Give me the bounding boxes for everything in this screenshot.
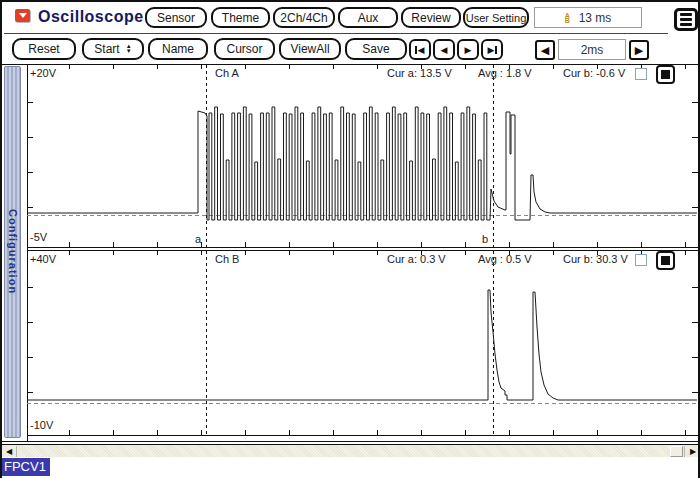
cha-avg-readout: Avg : 1.8 V: [478, 67, 532, 79]
scroll-right-button[interactable]: ▶: [686, 446, 700, 457]
chb-vmin-label: -10V: [30, 419, 53, 431]
chb-vmax-label: +40V: [30, 253, 56, 265]
filled-square-icon: [661, 256, 670, 265]
configuration-tab[interactable]: Configuration: [4, 66, 21, 438]
right-triangle-icon: ▶: [690, 447, 696, 456]
chb-checkbox[interactable]: [635, 254, 647, 266]
cursor-a-label[interactable]: a: [195, 233, 201, 245]
cha-cursor-a-readout: Cur a: 13.5 V: [387, 67, 452, 79]
cha-cursor-b-readout: Cur b: -0.6 V: [563, 67, 625, 79]
file-name-label: FPCV1: [2, 458, 50, 476]
cha-trace: [27, 107, 697, 220]
chb-avg-readout: Avg : 0.5 V: [478, 253, 532, 265]
chb-cursor-b-readout: Cur b: 30.3 V: [563, 253, 628, 265]
scroll-left-button[interactable]: ◀: [2, 446, 16, 457]
scrollbar-thumb[interactable]: [670, 446, 683, 457]
cha-name-label: Ch A: [215, 67, 239, 79]
chb-cursor-a-readout: Cur a: 0.3 V: [387, 253, 446, 265]
cha-vmax-label: +20V: [30, 67, 56, 79]
cha-channel-button[interactable]: [656, 65, 675, 84]
filled-square-icon: [661, 70, 670, 79]
chb-trace: [27, 290, 697, 400]
chb-name-label: Ch B: [215, 253, 239, 265]
left-triangle-icon: ◀: [6, 447, 12, 456]
horizontal-scrollbar[interactable]: ◀ ▶: [2, 444, 700, 457]
cursor-b-label[interactable]: b: [482, 233, 488, 245]
chb-channel-button[interactable]: [656, 251, 675, 270]
cha-vmin-label: -5V: [30, 231, 47, 243]
cha-checkbox[interactable]: [635, 68, 647, 80]
oscilloscope-window: Oscilloscope Sensor Theme 2Ch/4Ch Aux Re…: [0, 0, 700, 478]
